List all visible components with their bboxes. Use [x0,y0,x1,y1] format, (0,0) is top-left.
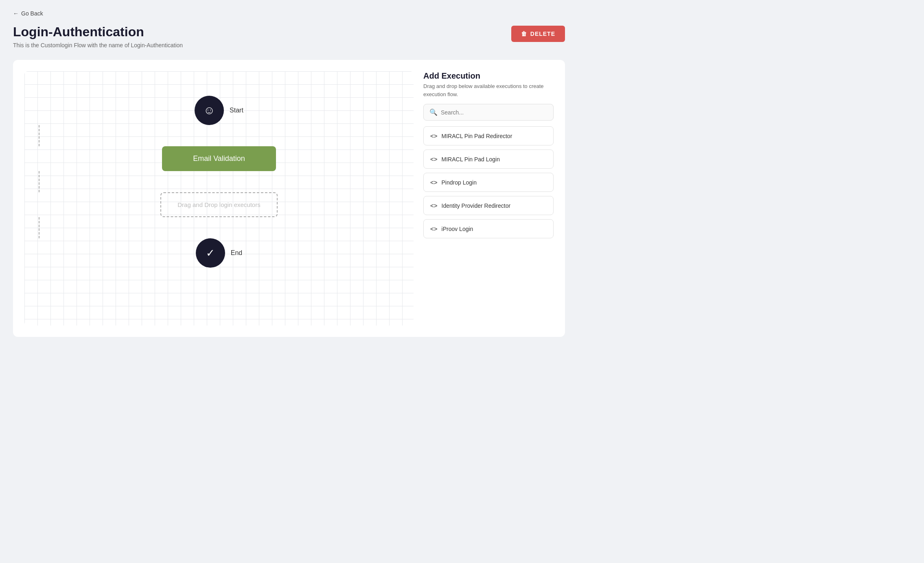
executor-item-pindrop-login[interactable]: <> Pindrop Login [423,173,554,192]
search-input[interactable] [441,109,547,116]
page-title: Login-Authentication [13,24,183,40]
start-node-circle: ☺ [195,96,224,125]
end-node-circle: ✓ [196,238,225,268]
code-icon: <> [430,132,438,139]
executor-item-miracl-pin-pad-login[interactable]: <> MIRACL Pin Pad Login [423,150,554,169]
connector-3 [39,217,39,238]
executor-label: Pindrop Login [442,179,477,186]
executor-label: iProov Login [442,226,473,232]
start-label: Start [230,107,243,114]
email-validation-node: Email Validation [162,146,276,171]
executor-item-iproov-login[interactable]: <> iProov Login [423,219,554,238]
flow-container: ☺ Start Email Validation Dra [24,71,414,325]
connector-1 [39,125,39,146]
sidebar-desc: Drag and drop below available executions… [423,82,554,98]
code-icon: <> [430,179,438,186]
title-block: Login-Authentication This is the Customl… [13,24,183,48]
executor-label: Identity Provider Redirector [442,202,511,209]
code-icon: <> [430,225,438,232]
trash-icon: 🗑 [521,31,527,37]
end-label: End [231,249,242,257]
arrow-left-icon: ← [13,10,19,17]
executor-label: MIRACL Pin Pad Redirector [442,133,512,139]
delete-label: DELETE [530,31,555,37]
header-row: Login-Authentication This is the Customl… [13,24,565,48]
sidebar-title: Add Execution [423,71,554,81]
search-box[interactable]: 🔍 [423,104,554,121]
executor-item-identity-provider-redirector[interactable]: <> Identity Provider Redirector [423,196,554,215]
main-card: ☺ Start Email Validation Dra [13,60,565,337]
end-node: ✓ End [196,238,242,268]
page-subtitle: This is the Customlogin Flow with the na… [13,42,183,48]
search-icon: 🔍 [429,108,438,116]
executor-list: <> MIRACL Pin Pad Redirector <> MIRACL P… [423,126,554,238]
executor-label: MIRACL Pin Pad Login [442,156,500,163]
sidebar-panel: Add Execution Drag and drop below availa… [423,71,554,325]
drag-drop-rect[interactable]: Drag and Drop login executors [160,192,277,217]
flow-canvas: ☺ Start Email Validation Dra [24,71,414,325]
email-validation-label: Email Validation [193,154,245,163]
go-back-label: Go Back [21,10,43,17]
start-node: ☺ Start [195,96,243,125]
code-icon: <> [430,156,438,163]
drag-drop-node[interactable]: Drag and Drop login executors [160,192,277,217]
sidebar-header: Add Execution Drag and drop below availa… [423,71,554,98]
drag-drop-label: Drag and Drop login executors [177,201,260,208]
executor-item-miracl-pin-pad-redirector[interactable]: <> MIRACL Pin Pad Redirector [423,126,554,145]
connector-2 [39,171,39,192]
email-validation-rect: Email Validation [162,146,276,171]
code-icon: <> [430,202,438,209]
go-back-button[interactable]: ← Go Back [13,10,43,17]
user-icon: ☺ [204,104,215,117]
check-icon: ✓ [206,247,215,260]
delete-button[interactable]: 🗑 DELETE [511,26,565,42]
